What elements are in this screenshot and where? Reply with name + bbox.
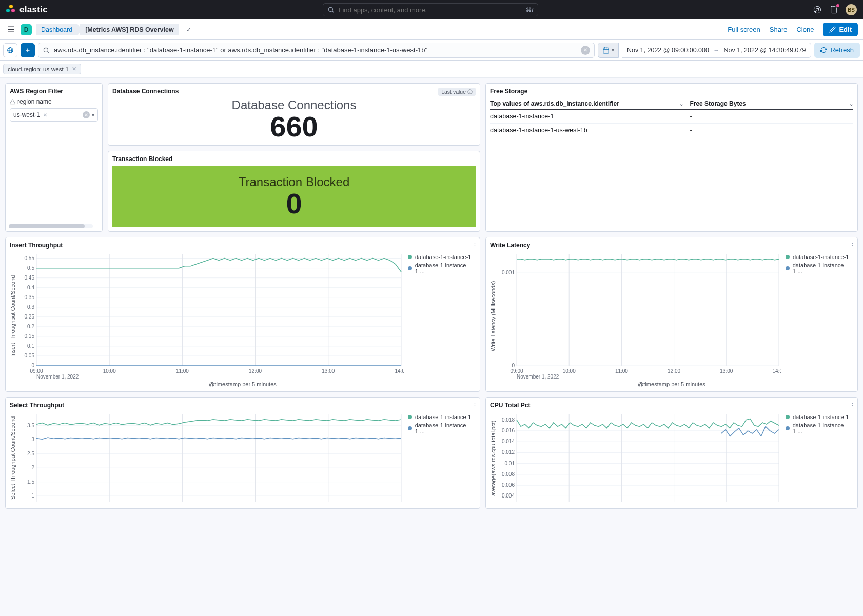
svg-text:12:00: 12:00 xyxy=(668,368,680,374)
user-avatar[interactable]: BS xyxy=(846,4,857,15)
chevron-down-icon[interactable]: ⌄ xyxy=(679,101,683,107)
chevron-down-icon: ▾ xyxy=(612,47,614,53)
date-range[interactable]: Nov 1, 2022 @ 09:00:00.000 → Nov 1, 2022… xyxy=(622,43,812,58)
region-chip-label: us-west-1 xyxy=(13,111,40,118)
global-search-input[interactable] xyxy=(339,6,522,14)
y-axis-label: Select Throughput Count/Second xyxy=(10,412,16,504)
svg-text:0.25: 0.25 xyxy=(25,314,35,320)
svg-rect-6 xyxy=(603,48,609,53)
chevron-down-icon[interactable]: ⌄ xyxy=(849,101,853,107)
logo-icon xyxy=(6,5,16,15)
chart-area[interactable]: 11.522.533.5 xyxy=(16,412,404,504)
region-select[interactable]: us-west-1 ✕ ✕ ▾ xyxy=(10,108,98,122)
legend-item[interactable]: database-1-instance-1-... xyxy=(408,262,476,274)
svg-text:0.01: 0.01 xyxy=(505,461,515,466)
clone-link[interactable]: Clone xyxy=(796,26,814,33)
legend-item[interactable]: database-1-instance-1-... xyxy=(786,422,853,434)
legend-menu-icon[interactable]: ⋮ xyxy=(472,243,478,245)
info-icon xyxy=(467,89,473,94)
clear-query-button[interactable]: ✕ xyxy=(581,46,590,55)
legend-item[interactable]: database-1-instance-1 xyxy=(408,254,476,260)
legend-menu-icon[interactable]: ⋮ xyxy=(850,243,855,245)
nav-toggle-icon[interactable]: ☰ xyxy=(5,24,16,35)
filter-pill[interactable]: cloud.region: us-west-1 ✕ xyxy=(3,64,81,74)
legend-menu-icon[interactable]: ⋮ xyxy=(850,403,855,405)
region-chip-remove[interactable]: ✕ xyxy=(43,112,47,118)
panel-title: Write Latency xyxy=(490,242,853,249)
svg-text:0.45: 0.45 xyxy=(25,275,35,281)
svg-text:1.5: 1.5 xyxy=(27,479,34,485)
chart-area[interactable]: 00.00109:00November 1, 202210:0011:0012:… xyxy=(496,252,781,380)
table-row[interactable]: database-1-instance-1-us-west-1b- xyxy=(490,124,853,137)
panel-title: Transaction Blocked xyxy=(112,155,476,163)
logo[interactable]: elastic xyxy=(6,5,48,15)
svg-text:November 1, 2022: November 1, 2022 xyxy=(517,374,559,380)
svg-text:0.012: 0.012 xyxy=(502,449,515,455)
share-link[interactable]: Share xyxy=(770,26,788,33)
fullscreen-link[interactable]: Full screen xyxy=(728,26,760,33)
panel-db-connections: Database Connections Last value Database… xyxy=(108,83,480,146)
svg-text:0.006: 0.006 xyxy=(502,482,515,488)
query-text-input[interactable] xyxy=(54,46,577,54)
help-icon[interactable] xyxy=(813,5,822,14)
filter-pill-remove[interactable]: ✕ xyxy=(72,66,76,72)
svg-text:14:00: 14:00 xyxy=(395,368,404,374)
metric-value: 660 xyxy=(270,112,318,141)
data-view-button[interactable] xyxy=(3,43,17,57)
pencil-icon xyxy=(829,26,836,33)
legend-menu-icon[interactable]: ⋮ xyxy=(472,403,478,405)
breadcrumb-dashboard[interactable]: Dashboard xyxy=(36,24,77,35)
table-row[interactable]: database-1-instance-1- xyxy=(490,110,853,124)
chevron-down-icon[interactable]: ▾ xyxy=(92,112,94,118)
svg-text:2.5: 2.5 xyxy=(27,451,34,456)
date-from: Nov 1, 2022 @ 09:00:00.000 xyxy=(627,47,709,54)
cell-instance: database-1-instance-1 xyxy=(490,113,690,120)
svg-text:0.4: 0.4 xyxy=(27,285,34,290)
scrollbar[interactable] xyxy=(9,224,93,228)
svg-text:0: 0 xyxy=(31,363,34,368)
legend-item[interactable]: database-1-instance-1 xyxy=(786,414,853,420)
x-axis-label: @timestamp per 5 minutes xyxy=(490,381,853,387)
y-axis-label: Insert Throughput Count/Second xyxy=(10,252,16,380)
column-header[interactable]: Top values of aws.rds.db_instance.identi… xyxy=(490,100,619,107)
chart-area[interactable]: 0.0040.0060.0080.010.0120.0140.0160.018 xyxy=(496,412,781,504)
clear-all-icon[interactable]: ✕ xyxy=(83,111,90,118)
column-header[interactable]: Free Storage Bytes xyxy=(690,100,746,107)
svg-text:09:00: 09:00 xyxy=(510,368,523,374)
cell-value: - xyxy=(690,127,853,134)
svg-text:0.3: 0.3 xyxy=(27,304,34,310)
chart-area[interactable]: 00.050.10.150.20.250.30.350.40.450.50.55… xyxy=(16,252,404,380)
legend-item[interactable]: database-1-instance-1 xyxy=(408,414,476,420)
panel-title: Database Connections xyxy=(112,88,476,95)
y-axis-label: Write Latency (Milliseconds) xyxy=(490,252,496,380)
svg-text:13:00: 13:00 xyxy=(720,368,733,374)
query-input[interactable]: ✕ xyxy=(38,43,595,58)
x-axis-label: @timestamp per 5 minutes xyxy=(10,381,476,387)
logo-text: elastic xyxy=(19,5,48,15)
global-search[interactable]: ⌘/ xyxy=(323,3,538,16)
refresh-label: Refresh xyxy=(830,46,854,54)
svg-text:10:00: 10:00 xyxy=(563,368,576,374)
legend-item[interactable]: database-1-instance-1-... xyxy=(786,262,853,274)
cell-instance: database-1-instance-1-us-west-1b xyxy=(490,127,690,134)
edit-button[interactable]: Edit xyxy=(823,23,858,36)
svg-text:1: 1 xyxy=(31,493,34,499)
svg-text:0.1: 0.1 xyxy=(27,343,34,349)
legend-item[interactable]: database-1-instance-1 xyxy=(786,254,853,260)
refresh-button[interactable]: Refresh xyxy=(814,43,860,58)
cell-value: - xyxy=(690,113,853,120)
last-value-badge: Last value xyxy=(438,88,476,96)
breadcrumb: Dashboard [Metrics AWS] RDS Overview xyxy=(36,24,179,35)
datepicker-button[interactable]: ▾ xyxy=(598,43,619,58)
breadcrumb-current: [Metrics AWS] RDS Overview xyxy=(77,24,179,35)
space-badge[interactable]: D xyxy=(21,24,32,35)
svg-text:0.014: 0.014 xyxy=(502,439,515,444)
newsfeed-icon[interactable] xyxy=(829,5,838,14)
svg-text:3.5: 3.5 xyxy=(27,423,34,428)
svg-point-5 xyxy=(44,48,48,52)
refresh-icon xyxy=(820,47,827,53)
panel-title: Free Storage xyxy=(490,88,853,95)
panel-region-filter: AWS Region Filter region name us-west-1 … xyxy=(5,83,103,232)
legend-item[interactable]: database-1-instance-1-... xyxy=(408,422,476,434)
add-filter-button[interactable] xyxy=(21,43,35,57)
